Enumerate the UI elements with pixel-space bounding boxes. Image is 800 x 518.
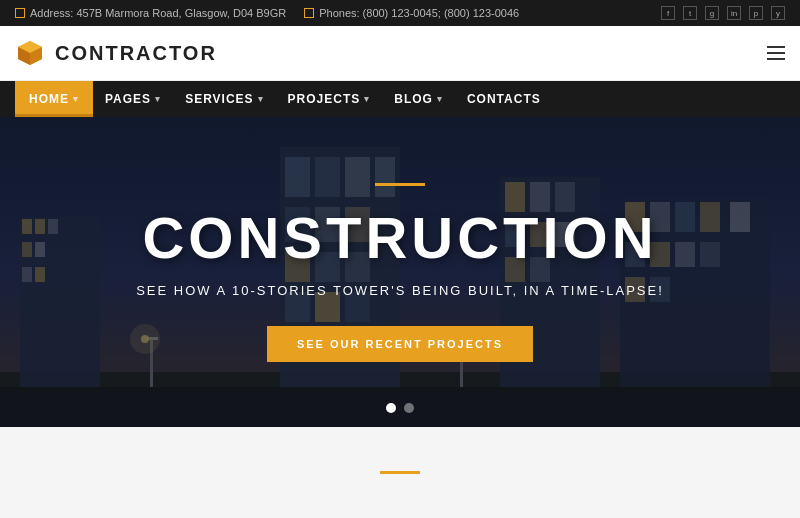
hamburger-line-2 [767, 52, 785, 54]
hero: CONSTRUCTION SEE HOW A 10-STORIES TOWER'… [0, 117, 800, 427]
hamburger-line-3 [767, 58, 785, 60]
below-hero-section [0, 427, 800, 518]
social-twitter[interactable]: t [683, 6, 697, 20]
below-accent-line [380, 471, 420, 474]
nav-contacts-label: CONTACTS [467, 92, 541, 106]
top-bar-left: Address: 457B Marmora Road, Glasgow, D04… [15, 7, 519, 19]
address-icon [15, 8, 25, 18]
header-right [767, 46, 785, 60]
nav-pages[interactable]: PAGES ▾ [93, 81, 173, 117]
nav-contacts[interactable]: CONTACTS [455, 81, 553, 117]
hero-cta-button[interactable]: SEE OUR RECENT PROJECTS [267, 326, 533, 362]
nav-home-label: HOME [29, 92, 69, 106]
nav-blog-arrow: ▾ [437, 94, 443, 104]
top-bar: Address: 457B Marmora Road, Glasgow, D04… [0, 0, 800, 26]
nav-projects-label: PROJECTS [288, 92, 361, 106]
phone-item: Phones: (800) 123-0045; (800) 123-0046 [304, 7, 519, 19]
address-item: Address: 457B Marmora Road, Glasgow, D04… [15, 7, 286, 19]
social-linkedin[interactable]: in [727, 6, 741, 20]
nav: HOME ▾ PAGES ▾ SERVICES ▾ PROJECTS ▾ BLO… [0, 81, 800, 117]
nav-services-label: SERVICES [185, 92, 253, 106]
top-bar-right: f t g in p y [661, 6, 785, 20]
nav-blog[interactable]: BLOG ▾ [382, 81, 455, 117]
nav-home[interactable]: HOME ▾ [15, 81, 93, 117]
social-pinterest[interactable]: p [749, 6, 763, 20]
social-facebook[interactable]: f [661, 6, 675, 20]
phone-icon [304, 8, 314, 18]
hero-title: CONSTRUCTION [136, 204, 664, 271]
hamburger-icon[interactable] [767, 46, 785, 60]
logo-cube-icon [15, 38, 45, 68]
nav-services[interactable]: SERVICES ▾ [173, 81, 275, 117]
hero-dot-1[interactable] [386, 403, 396, 413]
nav-blog-label: BLOG [394, 92, 433, 106]
nav-pages-arrow: ▾ [155, 94, 161, 104]
hero-subtitle: SEE HOW A 10-STORIES TOWER'S BEING BUILT… [136, 283, 664, 298]
hero-dots [386, 403, 414, 413]
hero-accent-line [375, 183, 425, 186]
address-text: Address: 457B Marmora Road, Glasgow, D04… [30, 7, 286, 19]
logo-text: CONTRACTOR [55, 42, 217, 65]
social-google[interactable]: g [705, 6, 719, 20]
hero-content: CONSTRUCTION SEE HOW A 10-STORIES TOWER'… [116, 183, 684, 362]
hero-dot-2[interactable] [404, 403, 414, 413]
hamburger-line-1 [767, 46, 785, 48]
nav-projects-arrow: ▾ [364, 94, 370, 104]
social-youtube[interactable]: y [771, 6, 785, 20]
nav-pages-label: PAGES [105, 92, 151, 106]
nav-projects[interactable]: PROJECTS ▾ [276, 81, 383, 117]
logo[interactable]: CONTRACTOR [15, 38, 217, 68]
nav-services-arrow: ▾ [258, 94, 264, 104]
header: CONTRACTOR [0, 26, 800, 81]
nav-home-arrow: ▾ [73, 94, 79, 104]
phone-text: Phones: (800) 123-0045; (800) 123-0046 [319, 7, 519, 19]
